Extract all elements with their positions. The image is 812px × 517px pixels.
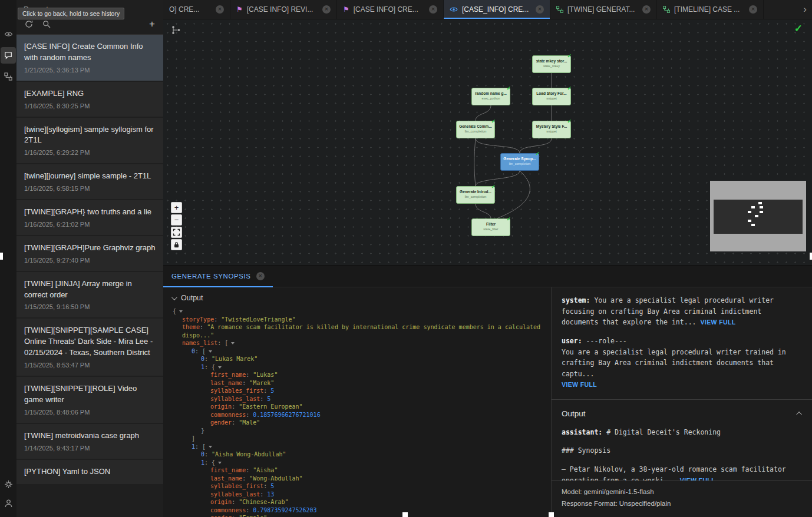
json-tree-row[interactable]: gender: "Male"	[168, 419, 543, 427]
splitter-handle[interactable]	[549, 512, 554, 517]
collapse-caret-icon[interactable]	[209, 446, 212, 448]
node-success-check-icon: ✓	[491, 184, 496, 190]
prompt-list-item[interactable]: [TWINE][SNIPPET][ROLE] Video game writer…	[16, 377, 163, 423]
search-button[interactable]	[42, 20, 51, 28]
json-tree-row[interactable]: last_name: "Marek"	[168, 379, 543, 387]
tab-scroll-right-button[interactable]: ›	[798, 0, 812, 19]
collapse-caret-icon[interactable]	[209, 350, 212, 353]
json-tree-row[interactable]: last_name: "Wong-Abdullah"	[168, 475, 543, 483]
messages-output-header[interactable]: Output	[562, 400, 802, 427]
node-title: Generate Synop...	[501, 157, 539, 162]
tab-o-cre[interactable]: O] CRE...×	[163, 0, 230, 19]
json-tree-row[interactable]: 0: [	[168, 347, 543, 356]
collapse-caret-icon[interactable]	[218, 462, 222, 464]
prompt-list-item[interactable]: [PYTHON] Yaml to JSON	[16, 460, 163, 485]
json-tree-row[interactable]: commonness: 0.18576966276721016	[168, 411, 543, 419]
json-tree-row[interactable]: 1: {	[168, 363, 543, 372]
graph-node[interactable]: ✓Generate Synop...llm_completion	[500, 153, 539, 171]
json-tree-row[interactable]: syllables_last: 5	[168, 395, 543, 403]
prompt-list-item[interactable]: [TWINE][GRAPH]Pure Graphviz graph1/15/20…	[16, 236, 163, 271]
splitter-handle[interactable]	[0, 253, 3, 260]
tab-close-icon[interactable]: ×	[642, 5, 651, 14]
tab-case-info-cre[interactable]: ⚑[CASE INFO] CRE...×	[337, 0, 444, 19]
json-tree-row[interactable]: 0: "Lukas Marek"	[168, 355, 543, 363]
prompt-list-item[interactable]: [twine][journey] simple sample - 2T1L1/1…	[16, 164, 163, 199]
json-tree-row[interactable]: }	[168, 427, 543, 435]
tab-close-icon[interactable]: ×	[216, 5, 224, 14]
json-tree-row[interactable]: commonness: 0.7987359247526203	[168, 506, 543, 515]
graph-node[interactable]: ✓Generate Comm...llm_completion	[456, 121, 495, 138]
settings-button[interactable]	[1, 476, 16, 492]
json-tree-row[interactable]: ]	[168, 435, 543, 443]
prompt-list-item[interactable]: [EXAMPLE] RNG1/16/2025, 8:30:25 PM	[16, 82, 163, 117]
json-tree-row[interactable]: origin: "Eastern European"	[168, 403, 543, 411]
messages-scroll[interactable]: system: You are a specialist legal proce…	[552, 287, 812, 486]
tab-timeline-case[interactable]: [TIMELINE] CASE ...×	[657, 0, 764, 19]
graph-node[interactable]: ✓state mkey stor...state_mkey	[532, 55, 571, 73]
minimap-viewport	[714, 200, 803, 234]
lock-icon	[173, 241, 180, 248]
json-tree-row[interactable]: first_name: "Lukas"	[168, 371, 543, 379]
prompt-timestamp: 1/15/2025, 8:48:06 PM	[24, 409, 156, 416]
prompt-list-item[interactable]: [twine][syllogism] sample syllogism for …	[16, 118, 163, 164]
collapse-caret-icon[interactable]	[218, 366, 222, 369]
lock-button[interactable]	[171, 239, 182, 250]
bottom-tab-generate-synopsis[interactable]: GENERATE SYNOPSIS ×	[163, 266, 273, 287]
graph-node[interactable]: ✓Load Story For...snippet	[532, 88, 571, 105]
view-eye-button[interactable]	[1, 26, 16, 42]
minimap[interactable]	[710, 181, 806, 251]
graph-node[interactable]: ✓Mystery Style F...snippet	[532, 121, 571, 138]
json-tree-row[interactable]: gender: "Female"	[168, 514, 543, 517]
collapse-caret-icon[interactable]	[179, 310, 183, 313]
json-tree-row[interactable]: 1: [	[168, 443, 543, 451]
graph-node[interactable]: ✓random name g...exec_python	[471, 88, 510, 105]
graph-node[interactable]: ✓Generate Introd...llm_completion	[456, 186, 495, 204]
graph-canvas[interactable]: ✓ + −	[163, 19, 812, 265]
zoom-in-button[interactable]: +	[171, 202, 182, 213]
json-tree-row[interactable]: first_name: "Aisha"	[168, 466, 543, 475]
json-tree-row[interactable]: {	[168, 307, 543, 316]
output-section-header[interactable]: Output	[163, 287, 551, 306]
node-type: state_filter	[472, 227, 510, 231]
prompt-timestamp: 1/15/2025, 9:16:50 PM	[24, 303, 156, 310]
json-tree-row[interactable]: names_list: [	[168, 339, 543, 347]
view-full-link[interactable]: VIEW FULL	[700, 319, 735, 326]
prompt-list-item[interactable]: [TWINE] [JINJA] Array merge in correct o…	[16, 272, 163, 318]
json-tree-row[interactable]: syllables_first: 5	[168, 387, 543, 395]
assistant-message-text: # Digital Deceit's Reckoning	[602, 428, 721, 436]
prompt-list-item[interactable]: [TWINE] metroidvania case graph1/14/2025…	[16, 424, 163, 459]
splitter-handle[interactable]	[810, 253, 812, 260]
prompts-panel-button[interactable]	[1, 47, 16, 64]
collapse-caret-icon[interactable]	[231, 342, 235, 344]
tab-close-icon[interactable]: ×	[536, 5, 544, 14]
close-icon[interactable]: ×	[256, 272, 265, 280]
prompt-list-item[interactable]: [CASE INFO] Create Common Info with rand…	[16, 35, 163, 81]
graph-node[interactable]: ✓Filterstate_filter	[471, 218, 510, 236]
node-success-check-icon: ✓	[535, 151, 540, 157]
tab-label: [CASE INFO] REVI...	[247, 5, 313, 14]
json-tree-row[interactable]: syllables_last: 13	[168, 491, 543, 499]
splitter-handle[interactable]	[402, 512, 408, 517]
zoom-out-button[interactable]: −	[171, 214, 182, 226]
json-tree-row[interactable]: theme: "A romance scam facilitator is ki…	[168, 323, 543, 339]
json-tree-row[interactable]: origin: "Chinese-Arab"	[168, 498, 543, 506]
json-tree-row[interactable]: storyType: "TwistedLoveTriangle"	[168, 316, 543, 324]
json-tree-row[interactable]: 1: {	[168, 459, 543, 467]
tab-close-icon[interactable]: ×	[749, 5, 757, 14]
auto-layout-button[interactable]	[169, 24, 183, 38]
add-prompt-button[interactable]: +	[149, 19, 155, 29]
refresh-button[interactable]	[25, 20, 33, 28]
workflows-panel-button[interactable]	[1, 68, 16, 85]
view-full-link[interactable]: VIEW FULL	[562, 381, 597, 388]
tab-case-info-cre[interactable]: [CASE_INFO] CRE...×	[444, 0, 550, 19]
tab-twine-generat[interactable]: [TWINE] GENERAT...×	[550, 0, 657, 19]
tab-close-icon[interactable]: ×	[322, 5, 331, 14]
prompt-list-item[interactable]: [TWINE][GRAPH} two truths and a lie1/16/…	[16, 200, 163, 235]
tab-case-info-revi[interactable]: ⚑[CASE INFO] REVI...×	[230, 0, 337, 19]
tab-close-icon[interactable]: ×	[429, 5, 437, 14]
prompt-list-item[interactable]: [TWINE][SNIPPET][SAMPLE CASE] Online Thr…	[16, 319, 163, 376]
account-button[interactable]	[1, 495, 16, 511]
json-tree-row[interactable]: 0: "Aisha Wong-Abdullah"	[168, 450, 543, 459]
json-tree-row[interactable]: syllables_first: 5	[168, 482, 543, 491]
fit-view-button[interactable]	[171, 227, 182, 238]
